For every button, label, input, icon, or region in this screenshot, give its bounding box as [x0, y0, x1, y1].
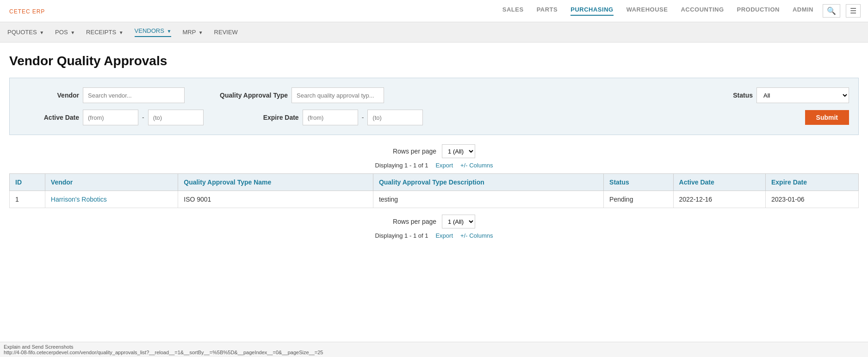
export-link-bottom[interactable]: Export [435, 232, 453, 239]
subnav-mrp[interactable]: MRP ▼ [182, 29, 203, 36]
cell-active-date: 2022-12-16 [673, 191, 765, 208]
pos-arrow: ▼ [70, 30, 75, 35]
logo-sub: ERP [32, 8, 45, 15]
expire-date-separator: - [362, 114, 364, 121]
quality-type-input[interactable] [291, 87, 384, 103]
subnav-pos[interactable]: POS ▼ [55, 29, 75, 36]
sub-navigation: PQUOTES ▼ POS ▼ RECEIPTS ▼ VENDORS ▼ MRP… [0, 22, 868, 43]
subnav-receipts[interactable]: RECEIPTS ▼ [86, 29, 124, 36]
rows-per-page-select-bottom[interactable]: 1 (All) 10 25 50 100 [442, 215, 475, 228]
table-display-row-bottom: Displaying 1 - 1 of 1 Export +/- Columns [9, 232, 859, 239]
col-header-vendor: Vendor [45, 174, 178, 191]
cell-status: Pending [604, 191, 673, 208]
nav-warehouse[interactable]: WAREHOUSE [626, 6, 668, 16]
quality-type-label: Quality Approval Type [220, 92, 288, 99]
filter-row-1: Vendor Quality Approval Type Status All … [19, 87, 849, 103]
col-header-expire-date: Expire Date [765, 174, 858, 191]
active-date-from-input[interactable] [83, 110, 138, 125]
top-nav-links: SALES PARTS PURCHASING WAREHOUSE ACCOUNT… [63, 6, 813, 16]
rows-per-page-label-top: Rows per page [393, 148, 436, 155]
nav-accounting[interactable]: ACCOUNTING [681, 6, 724, 16]
nav-parts[interactable]: PARTS [537, 6, 558, 16]
status-label: Status [693, 92, 753, 99]
pquotes-arrow: ▼ [39, 30, 44, 35]
cell-id: 1 [10, 191, 45, 208]
table-header-row: ID Vendor Quality Approval Type Name Qua… [10, 174, 859, 191]
subnav-vendors[interactable]: VENDORS ▼ [135, 27, 172, 37]
filter-box: Vendor Quality Approval Type Status All … [9, 78, 859, 135]
receipts-arrow: ▼ [119, 30, 124, 35]
col-header-quality-type-name: Quality Approval Type Name [178, 174, 373, 191]
top-navigation: CETECERP SALES PARTS PURCHASING WAREHOUS… [0, 0, 868, 22]
expire-date-to-input[interactable] [367, 110, 423, 125]
quality-type-filter-section: Quality Approval Type [220, 87, 384, 103]
top-nav-icons: 🔍 ☰ [823, 4, 861, 18]
logo: CETECERP [7, 6, 45, 16]
vendor-filter-section: Vendor [19, 87, 185, 103]
table-body: 1Harrison's RoboticsISO 9001testingPendi… [10, 191, 859, 208]
active-date-label: Active Date [19, 114, 79, 121]
export-link-top[interactable]: Export [435, 162, 453, 169]
submit-button[interactable]: Submit [805, 110, 849, 125]
vendor-input[interactable] [83, 87, 185, 103]
vendors-arrow: ▼ [167, 29, 172, 34]
rows-per-page-select-top[interactable]: 1 (All) 10 25 50 100 [442, 144, 475, 158]
cell-quality-type-name: ISO 9001 [178, 191, 373, 208]
nav-production[interactable]: PRODUCTION [737, 6, 780, 16]
expire-date-filter-section: Expire Date - [239, 110, 423, 125]
status-select[interactable]: All Active Pending Expired [756, 87, 849, 103]
table-controls-top: Rows per page 1 (All) 10 25 50 100 [9, 144, 859, 158]
displaying-text-bottom: Displaying 1 - 1 of 1 [375, 232, 428, 239]
cell-quality-type-desc: testing [373, 191, 603, 208]
table-controls-bottom: Rows per page 1 (All) 10 25 50 100 [9, 215, 859, 228]
nav-sales[interactable]: SALES [502, 6, 524, 16]
vendor-label: Vendor [19, 92, 79, 99]
active-date-filter-section: Active Date - [19, 110, 204, 125]
displaying-text-top: Displaying 1 - 1 of 1 [375, 162, 428, 169]
expire-date-from-input[interactable] [303, 110, 358, 125]
rows-per-page-label-bottom: Rows per page [393, 218, 436, 225]
logo-main: CETEC [9, 8, 31, 15]
mrp-arrow: ▼ [198, 30, 203, 35]
columns-link-bottom[interactable]: +/- Columns [460, 232, 493, 239]
submit-section: Submit [805, 110, 849, 125]
data-table: ID Vendor Quality Approval Type Name Qua… [9, 173, 859, 208]
page-content: Vendor Quality Approvals Vendor Quality … [0, 43, 868, 255]
col-header-active-date: Active Date [673, 174, 765, 191]
col-header-status: Status [604, 174, 673, 191]
nav-admin[interactable]: ADMIN [793, 6, 813, 16]
menu-button[interactable]: ☰ [846, 4, 861, 18]
col-header-quality-type-desc: Quality Approval Type Description [373, 174, 603, 191]
active-date-separator: - [142, 114, 144, 121]
cell-expire-date: 2023-01-06 [765, 191, 858, 208]
page-title: Vendor Quality Approvals [9, 54, 859, 68]
status-filter-section: Status All Active Pending Expired [693, 87, 849, 103]
expire-date-label: Expire Date [239, 114, 299, 121]
table-display-row-top: Displaying 1 - 1 of 1 Export +/- Columns [9, 162, 859, 169]
filter-row-2: Active Date - Expire Date - Submit [19, 110, 849, 125]
cell-vendor: Harrison's Robotics [45, 191, 178, 208]
nav-purchasing[interactable]: PURCHASING [570, 6, 613, 16]
vendor-link[interactable]: Harrison's Robotics [51, 196, 107, 203]
table-row: 1Harrison's RoboticsISO 9001testingPendi… [10, 191, 859, 208]
subnav-pquotes[interactable]: PQUOTES ▼ [7, 29, 44, 36]
columns-link-top[interactable]: +/- Columns [460, 162, 493, 169]
active-date-to-input[interactable] [148, 110, 204, 125]
subnav-review[interactable]: REVIEW [214, 29, 238, 36]
table-head: ID Vendor Quality Approval Type Name Qua… [10, 174, 859, 191]
search-button[interactable]: 🔍 [823, 4, 840, 18]
col-header-id: ID [10, 174, 45, 191]
